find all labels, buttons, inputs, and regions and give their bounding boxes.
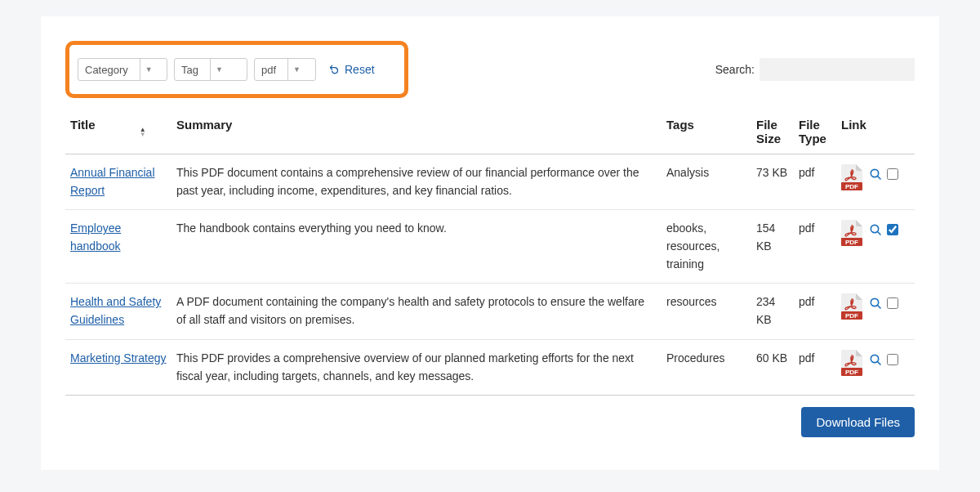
column-header-tags[interactable]: Tags xyxy=(662,111,751,154)
table-row: Marketing StrategyThis PDF provides a co… xyxy=(65,339,915,395)
row-checkbox[interactable] xyxy=(887,224,898,235)
header-title-text: Title xyxy=(70,118,96,132)
file-link[interactable]: PDF xyxy=(841,164,862,196)
svg-text:PDF: PDF xyxy=(845,239,858,246)
table-row: Employee handbookThe handbook contains e… xyxy=(65,210,915,284)
tag-select[interactable]: Tag ▼ xyxy=(174,58,247,81)
reset-label: Reset xyxy=(345,63,375,76)
svg-line-11 xyxy=(878,306,880,308)
document-size: 73 KB xyxy=(751,154,794,210)
document-title-link[interactable]: Health and Safety Guidelines xyxy=(70,295,161,326)
svg-text:PDF: PDF xyxy=(845,369,858,376)
sort-desc-icon: ▼ xyxy=(140,132,146,137)
document-summary: This PDF document contains a comprehensi… xyxy=(172,154,662,210)
document-type: pdf xyxy=(794,339,836,395)
chevron-down-icon: ▼ xyxy=(140,59,153,80)
chevron-down-icon: ▼ xyxy=(287,59,301,80)
file-link[interactable]: PDF xyxy=(841,350,862,382)
svg-line-15 xyxy=(878,361,880,364)
row-checkbox[interactable] xyxy=(887,168,898,180)
preview-icon[interactable] xyxy=(869,297,882,310)
tag-select-label: Tag xyxy=(181,64,210,76)
document-title-link[interactable]: Employee handbook xyxy=(70,221,121,253)
table-row: Annual Financial ReportThis PDF document… xyxy=(65,154,915,210)
document-size: 154 KB xyxy=(751,210,794,284)
category-select[interactable]: Category ▼ xyxy=(78,58,167,81)
column-header-link[interactable]: Link xyxy=(836,111,915,154)
preview-icon[interactable] xyxy=(869,353,882,366)
filetype-select-label: pdf xyxy=(261,64,287,76)
document-summary: The handbook contains everything you nee… xyxy=(172,210,662,284)
document-tags: Analysis xyxy=(662,154,751,210)
document-type: pdf xyxy=(794,154,836,210)
document-size: 234 KB xyxy=(751,284,794,339)
row-checkbox[interactable] xyxy=(887,354,898,365)
column-header-summary[interactable]: Summary xyxy=(172,111,662,154)
svg-text:PDF: PDF xyxy=(845,183,858,190)
column-header-type[interactable]: File Type xyxy=(794,111,836,154)
document-title-link[interactable]: Annual Financial Report xyxy=(70,166,155,197)
row-checkbox[interactable] xyxy=(887,297,898,309)
search-input[interactable] xyxy=(760,58,915,81)
file-link[interactable]: PDF xyxy=(841,220,862,252)
svg-text:PDF: PDF xyxy=(845,312,858,320)
reset-button[interactable]: Reset xyxy=(329,63,375,76)
preview-icon[interactable] xyxy=(869,168,882,181)
documents-table: Title ▲ ▼ Summary Tags File Size File Ty… xyxy=(65,111,915,396)
category-select-label: Category xyxy=(85,64,140,76)
chevron-down-icon: ▼ xyxy=(210,59,223,80)
pdf-file-icon: PDF xyxy=(841,220,862,246)
undo-icon xyxy=(329,64,341,75)
sort-indicator: ▲ ▼ xyxy=(140,127,146,137)
svg-line-3 xyxy=(878,177,880,179)
filters-highlight: Category ▼ Tag ▼ pdf ▼ Reset xyxy=(65,41,408,98)
search-label: Search: xyxy=(715,63,755,76)
document-type: pdf xyxy=(794,210,836,284)
preview-icon[interactable] xyxy=(869,223,882,236)
search-block: Search: xyxy=(715,58,915,81)
pdf-file-icon: PDF xyxy=(841,350,862,376)
file-link[interactable]: PDF xyxy=(841,293,862,325)
filetype-select[interactable]: pdf ▼ xyxy=(254,58,316,81)
document-summary: This PDF provides a comprehensive overvi… xyxy=(172,339,662,395)
document-summary: A PDF document containing the company's … xyxy=(172,284,662,339)
svg-line-7 xyxy=(878,232,880,235)
pdf-file-icon: PDF xyxy=(841,164,862,190)
download-files-button[interactable]: Download Files xyxy=(801,407,915,437)
column-header-size[interactable]: File Size xyxy=(751,111,794,154)
document-title-link[interactable]: Marketing Strategy xyxy=(70,351,167,365)
document-tags: resources xyxy=(662,284,751,339)
document-size: 60 KB xyxy=(751,339,794,395)
column-header-title[interactable]: Title ▲ ▼ xyxy=(65,111,172,154)
table-row: Health and Safety GuidelinesA PDF docume… xyxy=(65,284,915,339)
pdf-file-icon: PDF xyxy=(841,293,862,320)
document-tags: ebooks, resources, training xyxy=(662,210,751,284)
document-tags: Procedures xyxy=(662,339,751,395)
document-type: pdf xyxy=(794,284,836,339)
